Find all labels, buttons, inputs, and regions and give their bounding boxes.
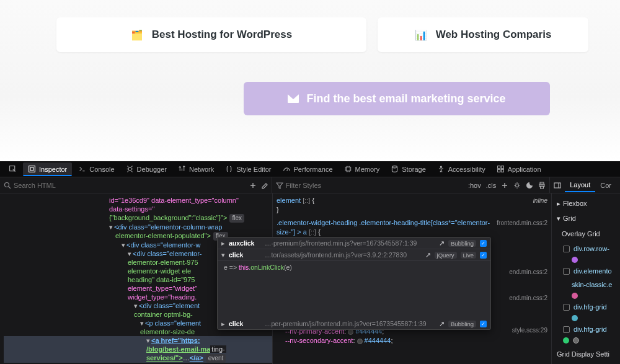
hosting-card[interactable]: 🗂️ Best Hosting for WordPress (56, 17, 366, 52)
tab-label: Network (189, 166, 214, 173)
tab-label: Application (508, 166, 541, 173)
eyedropper-icon[interactable] (260, 182, 268, 189)
comparison-card[interactable]: 📊 Web Hosting Comparis (378, 17, 588, 52)
tab-label: Memory (355, 166, 380, 173)
tab-computed[interactable]: Cor (595, 179, 616, 192)
event-badge[interactable]: event (206, 354, 226, 363)
tab-console[interactable]: Console (73, 162, 119, 176)
print-icon[interactable] (538, 182, 546, 189)
email-marketing-cta[interactable]: Find the best email marketing service (244, 82, 550, 115)
tab-label: Style Editor (236, 166, 271, 173)
tab-label: Debugger (137, 166, 167, 173)
tab-label: Inspector (39, 166, 67, 173)
cta-wrap: Find the best email marketing service (0, 82, 620, 115)
svg-point-3 (128, 167, 131, 171)
styles-tools: :hov .cls (468, 182, 546, 189)
card-label: Best Hosting for WordPress (152, 29, 292, 41)
grid-item[interactable]: div.hfg-grid (557, 322, 615, 336)
filter-input[interactable] (286, 182, 354, 189)
html-search[interactable] (4, 182, 246, 189)
folder-icon: 🗂️ (131, 29, 143, 41)
tab-debugger[interactable]: Debugger (121, 162, 172, 176)
svg-rect-16 (554, 183, 560, 188)
svg-point-6 (440, 166, 441, 167)
event-listeners-popup[interactable]: ▸ auxclick …-premium/js/frontend.min.js?… (217, 237, 491, 330)
hov-toggle[interactable]: :hov (468, 182, 481, 189)
flexbox-section-head[interactable]: ▸Flexbox (557, 196, 615, 211)
tab-application[interactable]: Application (492, 162, 546, 176)
grid-item[interactable]: div.row.row- (557, 242, 615, 255)
svg-rect-10 (501, 169, 503, 172)
checkbox-icon[interactable]: ✓ (480, 252, 487, 259)
event-row[interactable]: ▾ click …tor/assets/js/frontend.min.js?v… (218, 249, 490, 261)
grid-item[interactable]: div.elemento (557, 264, 615, 278)
event-row[interactable]: ▸ click …per-premium/js/frontend.min.js?… (218, 318, 490, 329)
tab-memory[interactable]: Memory (339, 162, 385, 176)
tab-performance[interactable]: Performance (278, 162, 338, 176)
event-row[interactable]: ▸ auxclick …-premium/js/frontend.min.js?… (218, 237, 490, 249)
svg-point-12 (516, 184, 519, 187)
cls-toggle[interactable]: .cls (486, 182, 497, 189)
open-icon[interactable]: ↗ (439, 239, 445, 247)
devtools-tabs: Inspector Console Debugger Network Style… (0, 161, 620, 177)
filter-icon (276, 182, 283, 189)
grid-item[interactable]: div.hfg-grid (557, 300, 615, 314)
tab-style-editor[interactable]: Style Editor (220, 162, 276, 176)
envelope-icon (288, 94, 299, 103)
svg-rect-2 (30, 167, 33, 171)
tab-label: Storage (402, 166, 426, 173)
tab-label: Accessibility (448, 166, 485, 173)
layout-panel[interactable]: ▸Flexbox ▾Grid Overlay Grid div.row.row-… (552, 193, 620, 364)
plus-icon[interactable] (501, 182, 508, 189)
search-icon (4, 182, 11, 189)
card-label: Web Hosting Comparis (436, 29, 552, 41)
tab-layout[interactable]: Layout (565, 179, 595, 192)
svg-rect-1 (29, 166, 35, 172)
styles-filter[interactable] (276, 182, 464, 189)
tab-network[interactable]: Network (173, 162, 219, 176)
tab-storage[interactable]: Storage (386, 162, 431, 176)
svg-rect-7 (497, 166, 500, 169)
element-picker-button[interactable] (4, 162, 22, 176)
grid-display-settings-label: Grid Display Setti (557, 345, 615, 361)
svg-rect-4 (346, 167, 350, 171)
open-icon[interactable]: ↗ (439, 320, 445, 327)
svg-rect-8 (501, 166, 503, 169)
tab-inspector[interactable]: Inspector (23, 162, 72, 176)
open-icon[interactable]: ↗ (425, 251, 431, 259)
checkbox-icon[interactable]: ✓ (480, 321, 487, 327)
cta-label: Find the best email marketing service (306, 92, 505, 105)
svg-point-11 (5, 182, 9, 187)
layout-tabs: Layout Cor (550, 177, 620, 193)
chart-icon: 📊 (415, 29, 427, 41)
add-icon[interactable] (249, 182, 257, 189)
tab-label: Console (89, 166, 114, 173)
grid-option[interactable]: Display line nu (557, 361, 615, 364)
dark-icon[interactable] (526, 182, 533, 189)
svg-point-5 (392, 166, 397, 168)
svg-rect-9 (497, 169, 500, 172)
sidebar-toggle-icon[interactable] (554, 182, 561, 189)
devtools-subbar: :hov .cls Layout Cor (0, 177, 620, 193)
search-input[interactable] (14, 182, 88, 189)
card-row: 🗂️ Best Hosting for WordPress 📊 Web Host… (0, 17, 620, 52)
tab-label: Performance (294, 166, 333, 173)
dom-toolbar (0, 177, 272, 193)
website-viewport: 🗂️ Best Hosting for WordPress 📊 Web Host… (0, 0, 620, 161)
grid-section-head[interactable]: ▾Grid (557, 211, 615, 226)
light-icon[interactable] (513, 182, 521, 189)
styles-toolbar: :hov .cls (272, 177, 551, 193)
event-code: e => this.onLinkClick(e) (218, 261, 490, 273)
overlay-grid-label: Overlay Grid (557, 228, 615, 239)
dom-toolbar-icons (249, 182, 268, 189)
tab-accessibility[interactable]: Accessibility (432, 162, 490, 176)
checkbox-icon[interactable]: ✓ (480, 240, 487, 247)
